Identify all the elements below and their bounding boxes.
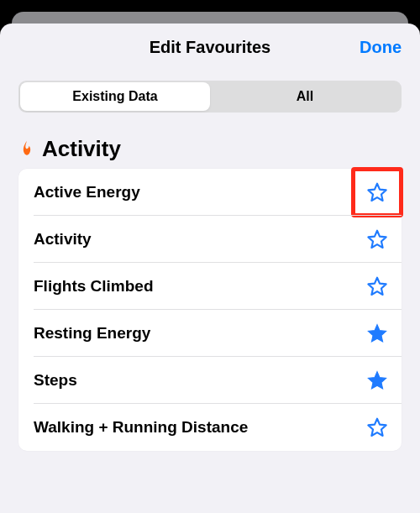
list-item-label: Walking + Running Distance (34, 418, 366, 437)
segmented-control[interactable]: Existing DataAll (18, 81, 402, 113)
favourite-toggle[interactable] (366, 322, 388, 344)
star-filled-icon (366, 322, 388, 344)
star-outline-icon (366, 416, 388, 438)
modal-header: Edit Favourites Done (0, 24, 420, 71)
favourite-toggle[interactable] (366, 275, 388, 297)
list-item[interactable]: Activity (18, 216, 402, 263)
section-header: Activity (0, 118, 420, 169)
list-item-label: Steps (34, 371, 366, 390)
list-item-label: Flights Climbed (34, 277, 366, 296)
list-item[interactable]: Active Energy (18, 169, 402, 216)
list-item[interactable]: Walking + Running Distance (18, 404, 402, 451)
favourite-toggle[interactable] (366, 416, 388, 438)
list-item[interactable]: Resting Energy (18, 310, 402, 357)
star-outline-icon (366, 228, 388, 250)
flame-icon (18, 139, 35, 160)
favourite-toggle[interactable] (366, 181, 388, 203)
list-item[interactable]: Flights Climbed (18, 263, 402, 310)
list-item-label: Activity (34, 230, 366, 249)
modal-title: Edit Favourites (150, 38, 270, 57)
favourite-toggle[interactable] (366, 228, 388, 250)
list-item-label: Active Energy (34, 183, 366, 202)
list-item-label: Resting Energy (34, 324, 366, 343)
section-title: Activity (42, 136, 121, 162)
star-filled-icon (366, 369, 388, 391)
done-button[interactable]: Done (360, 38, 402, 57)
items-list: Active EnergyActivityFlights ClimbedRest… (18, 169, 402, 451)
segment-all[interactable]: All (210, 82, 400, 111)
list-item[interactable]: Steps (18, 357, 402, 404)
star-outline-icon (366, 181, 388, 203)
favourite-toggle[interactable] (366, 369, 388, 391)
segmented-control-wrap: Existing DataAll (0, 71, 420, 118)
star-outline-icon (366, 275, 388, 297)
segment-existing-data[interactable]: Existing Data (20, 82, 210, 111)
modal-sheet: Edit Favourites Done Existing DataAll Ac… (0, 24, 420, 513)
